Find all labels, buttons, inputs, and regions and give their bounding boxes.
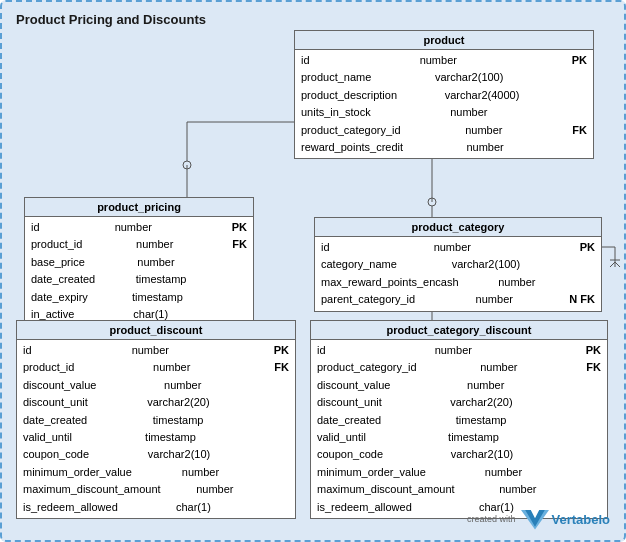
table-row: valid_until timestamp: [311, 429, 607, 446]
table-product-category-body: id number PK category_name varchar2(100)…: [315, 237, 601, 311]
table-row: id number PK: [17, 342, 295, 359]
table-product-discount-body: id number PK product_id number FK discou…: [17, 340, 295, 518]
table-row: date_created timestamp: [17, 412, 295, 429]
table-row: maximum_discount_amount number: [17, 481, 295, 498]
table-row: units_in_stock number: [295, 104, 593, 121]
svg-line-24: [610, 262, 615, 267]
table-row: product_id number FK: [25, 236, 253, 253]
table-row: coupon_code varchar2(10): [311, 446, 607, 463]
vertabelo-logo: Vertabelo: [521, 508, 610, 530]
table-row: max_reward_points_encash number: [315, 274, 601, 291]
table-product-category-discount-body: id number PK product_category_id number …: [311, 340, 607, 518]
table-row: reward_points_credit number: [295, 139, 593, 156]
table-row: is_redeem_allowed char(1): [17, 499, 295, 516]
table-row: product_id number FK: [17, 359, 295, 376]
table-product-pricing-body: id number PK product_id number FK base_p…: [25, 217, 253, 325]
table-row: coupon_code varchar2(10): [17, 446, 295, 463]
diagram-title: Product Pricing and Discounts: [16, 12, 614, 27]
table-row: discount_unit varchar2(20): [311, 394, 607, 411]
table-row: date_created timestamp: [311, 412, 607, 429]
logo-created-with: created with: [467, 514, 516, 525]
table-product: product id number PK product_name varcha…: [294, 30, 594, 159]
table-row: discount_unit varchar2(20): [17, 394, 295, 411]
table-row: discount_value number: [311, 377, 607, 394]
table-row: valid_until timestamp: [17, 429, 295, 446]
vertabelo-logo-svg: [521, 508, 549, 530]
logo-area: created with Vertabelo: [467, 508, 610, 530]
table-product-header: product: [295, 31, 593, 50]
table-row: parent_category_id number N FK: [315, 291, 601, 308]
table-product-category-discount: product_category_discount id number PK p…: [310, 320, 608, 519]
table-row: id number PK: [311, 342, 607, 359]
table-row: minimum_order_value number: [17, 464, 295, 481]
svg-point-10: [428, 198, 436, 206]
table-row: category_name varchar2(100): [315, 256, 601, 273]
table-row: id number PK: [315, 239, 601, 256]
table-row: maximum_discount_amount number: [311, 481, 607, 498]
diagram-container: Product Pricing and Discounts: [0, 0, 626, 542]
table-row: id number PK: [295, 52, 593, 69]
table-row: product_description varchar2(4000): [295, 87, 593, 104]
table-row: id number PK: [25, 219, 253, 236]
table-row: date_expiry timestamp: [25, 289, 253, 306]
table-row: product_category_id number FK: [311, 359, 607, 376]
table-row: minimum_order_value number: [311, 464, 607, 481]
svg-line-25: [615, 262, 620, 267]
table-product-discount: product_discount id number PK product_id…: [16, 320, 296, 519]
table-product-pricing-header: product_pricing: [25, 198, 253, 217]
table-row: discount_value number: [17, 377, 295, 394]
table-product-body: id number PK product_name varchar2(100) …: [295, 50, 593, 158]
table-row: date_created timestamp: [25, 271, 253, 288]
table-product-category-header: product_category: [315, 218, 601, 237]
svg-point-1: [183, 161, 191, 169]
vertabelo-brand-name: Vertabelo: [551, 512, 610, 527]
table-product-discount-header: product_discount: [17, 321, 295, 340]
table-row: product_name varchar2(100): [295, 69, 593, 86]
table-product-category: product_category id number PK category_n…: [314, 217, 602, 312]
table-row: product_category_id number FK: [295, 122, 593, 139]
table-product-pricing: product_pricing id number PK product_id …: [24, 197, 254, 326]
table-row: base_price number: [25, 254, 253, 271]
table-product-category-discount-header: product_category_discount: [311, 321, 607, 340]
